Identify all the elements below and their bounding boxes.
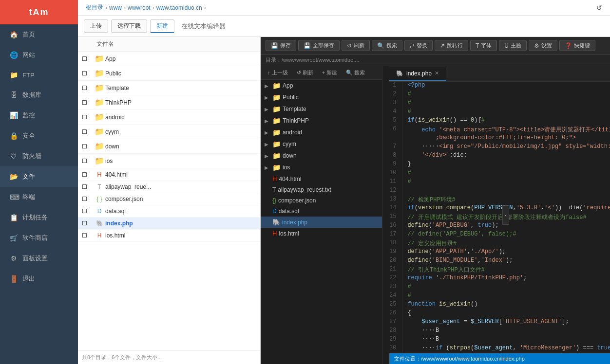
list-item[interactable]: ☐ 🐘 index.php <box>78 218 260 230</box>
ftp-icon: 📁 <box>10 71 18 79</box>
tree-collapse-button[interactable]: ‹ <box>502 205 509 225</box>
file-checkbox[interactable]: ☐ <box>82 183 94 190</box>
tree-refresh-button[interactable]: ↺ 刷新 <box>294 68 316 77</box>
chevron-right-icon: ▶ <box>265 153 270 159</box>
list-item[interactable]: ☐ 📁 ios <box>78 154 260 168</box>
file-checkbox[interactable]: ☐ <box>82 85 94 91</box>
sidebar-item-logout[interactable]: 🚪 退出 <box>0 269 78 289</box>
replace-button[interactable]: ⇄ 替换 <box>404 40 433 51</box>
save-button[interactable]: 💾 保存 <box>266 40 296 51</box>
tree-item-ios[interactable]: ▶ 📁 ios <box>261 162 382 173</box>
list-item[interactable]: ☐ { } composer.json <box>78 193 260 205</box>
list-item[interactable]: ☐ 📁 ThinkPHP <box>78 95 260 110</box>
save-all-icon: 💾 <box>304 42 311 49</box>
sidebar-item-files[interactable]: 📂 文件 <box>0 166 78 187</box>
sidebar-item-tasks[interactable]: 📋 计划任务 <box>0 207 78 228</box>
folder-icon: 📁 <box>272 152 281 160</box>
upload-button[interactable]: 上传 <box>84 19 108 33</box>
website-icon: 🌐 <box>10 51 18 59</box>
tree-item-app[interactable]: ▶ 📁 App <box>261 80 382 91</box>
save-all-button[interactable]: 💾 全部保存 <box>298 40 340 51</box>
list-item[interactable]: ☐ H ios.html <box>78 230 260 242</box>
shortcuts-button[interactable]: ❓ 快捷键 <box>559 40 595 51</box>
sidebar-item-security[interactable]: 🔒 安全 <box>0 126 78 146</box>
tree-up-button[interactable]: ↑ 上一级 <box>265 68 291 77</box>
sidebar-item-ftp[interactable]: 📁 FTP <box>0 65 78 85</box>
sidebar-item-website[interactable]: 🌐 网站 <box>0 45 78 65</box>
list-item[interactable]: ☐ 📁 App <box>78 52 260 66</box>
list-item[interactable]: ☐ 📁 android <box>78 110 260 125</box>
sidebar-item-terminal[interactable]: ⌨ 终端 <box>0 187 78 207</box>
breadcrumb-domain[interactable]: www.taomiduo.cn <box>156 4 202 11</box>
editor-label: 在线文本编辑器 <box>181 22 226 31</box>
php-tab-icon: 🐘 <box>396 70 403 77</box>
code-line-6b: ;background-color:#fff;line-height: 0;"> <box>389 134 610 143</box>
remote-download-button[interactable]: 远程下载 <box>111 19 147 33</box>
file-checkbox[interactable]: ☐ <box>82 99 94 106</box>
sidebar-item-label: 首页 <box>22 30 35 39</box>
theme-button[interactable]: U 主题 <box>499 40 527 51</box>
sidebar-item-home[interactable]: 🏠 首页 <box>0 24 78 45</box>
logout-icon: 🚪 <box>10 275 18 283</box>
tree-item-cyym[interactable]: ▶ 📁 cyym <box>261 138 382 150</box>
list-item[interactable]: ☐ T alipaywap_reue... <box>78 181 260 193</box>
sidebar-item-appstore[interactable]: 🛒 软件商店 <box>0 228 78 248</box>
goto-button[interactable]: ↗ 跳转行 <box>435 40 468 51</box>
settings-button[interactable]: ⚙ 设置 <box>529 40 557 51</box>
sidebar-item-monitor[interactable]: 📊 监控 <box>0 105 78 126</box>
tree-item-404html[interactable]: ▶ H 404.html <box>261 173 382 184</box>
list-item[interactable]: ☐ 📁 Template <box>78 81 260 95</box>
file-checkbox[interactable]: ☐ <box>82 196 94 202</box>
tree-item-public[interactable]: ▶ 📁 Public <box>261 91 382 103</box>
main-content: 根目录 › www › wwwroot › www.taomiduo.cn › … <box>78 0 610 364</box>
tree-item-indexphp[interactable]: ▶ 🐘 index.php <box>261 217 382 228</box>
sidebar-item-panel-settings[interactable]: ⚙ 面板设置 <box>0 248 78 269</box>
sidebar-item-firewall[interactable]: 🛡 防火墙 <box>0 146 78 166</box>
sidebar-item-database[interactable]: 🗄 数据库 <box>0 85 78 105</box>
sidebar-item-label: 软件商店 <box>22 234 48 242</box>
folder-icon: 📁 <box>272 117 281 125</box>
refresh-button[interactable]: ↺ 刷新 <box>342 40 370 51</box>
new-button[interactable]: 新建 <box>150 19 174 33</box>
folder-icon: 📁 <box>94 156 105 165</box>
file-checkbox[interactable]: ☐ <box>82 232 94 239</box>
file-checkbox[interactable]: ☐ <box>82 158 94 164</box>
code-line-29: 29 ····B <box>389 336 610 345</box>
breadcrumb-www[interactable]: www <box>109 4 122 11</box>
file-checkbox[interactable]: ☐ <box>82 128 94 135</box>
files-icon: 📂 <box>10 173 18 181</box>
tree-item-thinkphp[interactable]: ▶ 📁 ThinkPHP <box>261 115 382 127</box>
list-item[interactable]: ☐ 📁 Public <box>78 66 260 81</box>
font-button[interactable]: T 字体 <box>470 40 497 51</box>
tree-item-ioshtml[interactable]: ▶ H ios.html <box>261 228 382 239</box>
tree-item-label: Public <box>283 94 378 101</box>
list-item[interactable]: ☐ D data.sql <box>78 205 260 218</box>
folder-icon: 📁 <box>272 93 281 101</box>
tree-item-composerjson[interactable]: ▶ {} composer.json <box>261 195 382 206</box>
file-name: App <box>105 55 256 62</box>
file-checkbox[interactable]: ☐ <box>82 70 94 77</box>
tree-item-template[interactable]: ▶ 📁 Template <box>261 103 382 115</box>
tree-item-datasql[interactable]: ▶ D data.sql <box>261 206 382 217</box>
tree-item-android[interactable]: ▶ 📁 android <box>261 127 382 138</box>
tree-search-button[interactable]: 🔍 搜索 <box>343 68 368 77</box>
tab-index-php[interactable]: 🐘 index.php ✕ <box>389 67 446 81</box>
list-item[interactable]: ☐ 📁 down <box>78 139 260 154</box>
code-content[interactable]: 1 <?php 2 # 3 # <box>389 82 610 353</box>
file-checkbox[interactable]: ☐ <box>82 143 94 150</box>
file-checkbox[interactable]: ☐ <box>82 171 94 178</box>
list-item[interactable]: ☐ H 404.html <box>78 168 260 181</box>
file-checkbox[interactable]: ☐ <box>82 55 94 62</box>
file-checkbox[interactable]: ☐ <box>82 220 94 227</box>
file-checkbox[interactable]: ☐ <box>82 208 94 215</box>
file-checkbox[interactable]: ☐ <box>82 114 94 121</box>
search-button[interactable]: 🔍 搜索 <box>372 40 402 51</box>
tree-new-button[interactable]: + 新建 <box>319 68 340 77</box>
tree-item-down[interactable]: ▶ 📁 down <box>261 150 382 162</box>
tree-item-alipaywap[interactable]: ▶ T alipaywap_reuest.txt <box>261 184 382 195</box>
breadcrumb-root[interactable]: 根目录 <box>86 3 103 12</box>
list-item[interactable]: ☐ 📁 cyym <box>78 125 260 139</box>
close-tab-button[interactable]: ✕ <box>435 70 439 76</box>
reload-button[interactable]: ↺ <box>596 4 602 12</box>
breadcrumb-wwwroot[interactable]: wwwroot <box>128 4 151 11</box>
